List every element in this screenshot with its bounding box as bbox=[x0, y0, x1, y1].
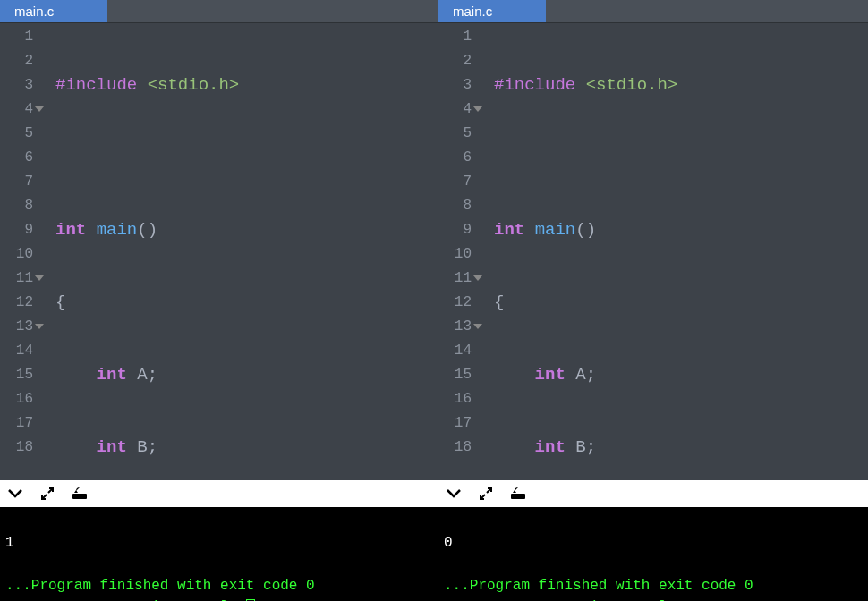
console-output[interactable]: 1 ...Program finished with exit code 0 P… bbox=[0, 507, 438, 601]
code-line: int main() bbox=[494, 218, 868, 242]
code-area[interactable]: #include <stdio.h> int main() { int A; i… bbox=[485, 23, 868, 480]
line-number: 18 bbox=[0, 436, 38, 460]
console-message: ...Program finished with exit code 0 bbox=[444, 578, 753, 594]
editor-pane-right: main.c 1 2 3 4 5 6 7 8 9 10 11 12 13 14 … bbox=[438, 0, 868, 601]
code-line bbox=[494, 146, 868, 170]
editor-pane-left: main.c 1 2 3 4 5 6 7 8 9 10 11 12 13 14 … bbox=[0, 0, 438, 601]
line-number: 4 bbox=[0, 97, 38, 122]
program-output: 0 bbox=[444, 535, 453, 551]
line-number: 5 bbox=[438, 122, 477, 146]
code-line: int A; bbox=[55, 363, 438, 387]
code-line: int main() bbox=[55, 218, 438, 242]
code-area[interactable]: #include <stdio.h> int main() { int A; i… bbox=[47, 23, 438, 480]
code-line: int A; bbox=[494, 363, 868, 387]
line-number: 18 bbox=[438, 436, 477, 460]
code-line: #include <stdio.h> bbox=[55, 73, 438, 97]
line-number: 12 bbox=[438, 291, 477, 315]
line-number: 7 bbox=[438, 170, 477, 194]
line-gutter: 1 2 3 4 5 6 7 8 9 10 11 12 13 14 15 16 1… bbox=[0, 23, 47, 480]
code-editor[interactable]: 1 2 3 4 5 6 7 8 9 10 11 12 13 14 15 16 1… bbox=[0, 23, 438, 480]
keyboard-icon[interactable] bbox=[72, 486, 88, 502]
console-toolbar bbox=[438, 480, 868, 507]
code-line: #include <stdio.h> bbox=[494, 73, 868, 97]
code-line: int B; bbox=[494, 436, 868, 460]
line-number: 3 bbox=[0, 73, 38, 97]
expand-icon[interactable] bbox=[478, 486, 494, 502]
line-number: 12 bbox=[0, 291, 38, 315]
line-number: 13 bbox=[438, 315, 477, 339]
line-number: 10 bbox=[438, 242, 477, 267]
code-line: { bbox=[494, 291, 868, 315]
line-gutter: 1 2 3 4 5 6 7 8 9 10 11 12 13 14 15 16 1… bbox=[438, 23, 485, 480]
line-number: 2 bbox=[438, 49, 477, 73]
line-number: 15 bbox=[0, 363, 38, 387]
code-editor[interactable]: 1 2 3 4 5 6 7 8 9 10 11 12 13 14 15 16 1… bbox=[438, 23, 868, 480]
console-toolbar bbox=[0, 480, 438, 507]
tab-main-c[interactable]: main.c bbox=[0, 0, 107, 22]
line-number: 16 bbox=[438, 387, 477, 411]
keyboard-icon[interactable] bbox=[510, 486, 526, 502]
tab-bar: main.c bbox=[0, 0, 438, 23]
line-number: 6 bbox=[0, 146, 38, 170]
tab-bar: main.c bbox=[438, 0, 868, 23]
program-output: 1 bbox=[5, 535, 14, 551]
code-line bbox=[55, 146, 438, 170]
svg-rect-1 bbox=[511, 494, 525, 499]
line-number: 16 bbox=[0, 387, 38, 411]
svg-rect-0 bbox=[72, 494, 87, 499]
expand-icon[interactable] bbox=[39, 486, 55, 502]
line-number: 6 bbox=[438, 146, 477, 170]
code-line: int B; bbox=[55, 436, 438, 460]
line-number: 8 bbox=[0, 194, 38, 218]
line-number: 1 bbox=[0, 25, 38, 49]
code-line: { bbox=[55, 291, 438, 315]
chevron-down-icon[interactable] bbox=[7, 486, 23, 502]
line-number: 15 bbox=[438, 363, 477, 387]
tab-main-c[interactable]: main.c bbox=[438, 0, 546, 22]
line-number: 1 bbox=[438, 25, 477, 49]
console-output[interactable]: 0 ...Program finished with exit code 0 P… bbox=[438, 507, 868, 601]
line-number: 4 bbox=[438, 97, 477, 122]
line-number: 10 bbox=[0, 242, 38, 267]
line-number: 17 bbox=[0, 411, 38, 436]
line-number: 9 bbox=[438, 218, 477, 242]
line-number: 5 bbox=[0, 122, 38, 146]
line-number: 9 bbox=[0, 218, 38, 242]
line-number: 8 bbox=[438, 194, 477, 218]
line-number: 11 bbox=[438, 267, 477, 291]
line-number: 3 bbox=[438, 73, 477, 97]
line-number: 11 bbox=[0, 267, 38, 291]
console-message: ...Program finished with exit code 0 bbox=[5, 578, 315, 594]
line-number: 13 bbox=[0, 315, 38, 339]
chevron-down-icon[interactable] bbox=[446, 486, 462, 502]
line-number: 7 bbox=[0, 170, 38, 194]
line-number: 14 bbox=[438, 339, 477, 363]
line-number: 2 bbox=[0, 49, 38, 73]
line-number: 14 bbox=[0, 339, 38, 363]
line-number: 17 bbox=[438, 411, 477, 436]
